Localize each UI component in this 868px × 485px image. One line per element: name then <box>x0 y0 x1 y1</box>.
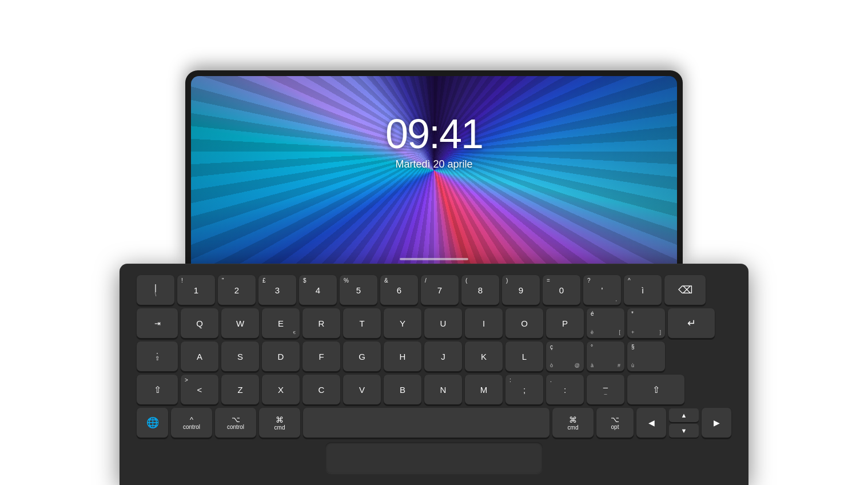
g-key[interactable]: G <box>343 341 381 371</box>
enter-key[interactable]: ↵ <box>668 308 715 338</box>
i-key[interactable]: I <box>465 308 503 338</box>
key-bottom-right: [ <box>619 330 620 335</box>
v-key[interactable]: V <box>343 375 381 404</box>
j-key[interactable]: J <box>424 341 462 371</box>
keyboard-base: | \ ! 1 " 2 £ 3 <box>120 264 748 485</box>
space-key[interactable] <box>303 408 550 438</box>
cmd-label: cmd <box>274 424 285 431</box>
arrow-down-key[interactable]: ▼ <box>669 424 699 438</box>
0-key[interactable]: = 0 <box>543 275 580 305</box>
4-key[interactable]: $ 4 <box>299 275 337 305</box>
arrow-right-key[interactable]: ▶ <box>702 408 731 438</box>
arrow-updown-container: ▲ ▼ <box>669 408 699 438</box>
shift-right-key[interactable]: ⇧ <box>627 375 684 404</box>
b-key[interactable]: B <box>384 375 421 404</box>
globe-key[interactable]: 🌐 <box>137 408 168 438</box>
option-key[interactable]: ⌥ control <box>215 408 256 438</box>
s-key[interactable]: S <box>221 341 259 371</box>
k-key[interactable]: K <box>465 341 503 371</box>
arrow-left-key[interactable]: ◀ <box>636 408 666 438</box>
m-key[interactable]: M <box>465 375 503 404</box>
1-key[interactable]: ! 1 <box>177 275 215 305</box>
colon-key[interactable]: . : <box>546 375 584 404</box>
c-key[interactable]: C <box>302 375 340 404</box>
9-key[interactable]: ) 9 <box>502 275 540 305</box>
l-key[interactable]: L <box>505 341 543 371</box>
u-grave-key[interactable]: § ù <box>627 341 665 371</box>
q-key[interactable]: Q <box>181 308 218 338</box>
cmd-left-key[interactable]: ⌘ cmd <box>259 408 300 438</box>
key-label: < <box>197 385 202 394</box>
p-key[interactable]: P <box>546 308 584 338</box>
r-key[interactable]: R <box>302 308 340 338</box>
cmd-right-key[interactable]: ⌘ cmd <box>552 408 594 438</box>
screen-ui: 09:41 Martedì 20 aprile <box>191 76 677 170</box>
2-key[interactable]: " 2 <box>218 275 256 305</box>
x-key[interactable]: X <box>262 375 300 404</box>
o-key[interactable]: O <box>505 308 543 338</box>
ctrl-label: control <box>183 424 200 430</box>
y-key[interactable]: Y <box>384 308 421 338</box>
key-label: A <box>197 352 202 361</box>
h-key[interactable]: H <box>384 341 421 371</box>
backspace-key[interactable]: ⌫ <box>664 275 706 305</box>
key-top: % <box>344 278 349 284</box>
arrow-up-key[interactable]: ▲ <box>669 408 699 422</box>
key-top: $ <box>303 278 306 284</box>
key-label: J <box>441 352 445 361</box>
zxcv-row: ⇧ > < Z X C V B N M : ; <box>137 375 731 404</box>
key-top: " <box>222 278 224 284</box>
shift-left-key[interactable]: ⇧ <box>137 375 178 404</box>
e-key[interactable]: E € <box>262 308 300 338</box>
key-primary: ì <box>642 286 644 295</box>
option-symbol: ⌥ <box>232 415 240 424</box>
tab-key[interactable]: ⇥ <box>137 308 178 338</box>
ipad-wrapper: 09:41 Martedì 20 aprile <box>185 70 683 265</box>
t-key[interactable]: T <box>343 308 381 338</box>
8-key[interactable]: ( 8 <box>461 275 499 305</box>
key-label: F <box>318 352 324 361</box>
f-key[interactable]: F <box>302 341 340 371</box>
control-key[interactable]: ^ control <box>171 408 212 438</box>
7-key[interactable]: / 7 <box>421 275 459 305</box>
trackpad[interactable] <box>325 442 543 474</box>
opt-right-key[interactable]: ⌥ opt <box>596 408 634 438</box>
less-key[interactable]: > < <box>181 375 218 404</box>
key-top: ! <box>181 278 183 284</box>
o-grave-key[interactable]: ç ò @ <box>546 341 584 371</box>
d-key[interactable]: D <box>262 341 300 371</box>
u-key[interactable]: U <box>424 308 462 338</box>
semicolon-key[interactable]: : ; <box>505 375 543 404</box>
key-label: M <box>480 385 488 394</box>
key-label: Y <box>400 319 405 328</box>
apostrophe-key[interactable]: ? ' , <box>583 275 621 305</box>
i-grave-key[interactable]: ^ ì <box>624 275 662 305</box>
a-grave-key[interactable]: ° à # <box>587 341 624 371</box>
key-primary: 3 <box>275 286 280 295</box>
key-label: H <box>400 352 406 361</box>
key-top: § <box>631 344 635 350</box>
scene: 09:41 Martedì 20 aprile | \ ! <box>0 0 868 485</box>
key-top: ( <box>465 278 467 284</box>
key-label: Z <box>237 385 242 394</box>
dash-key[interactable]: – – <box>587 375 624 404</box>
bracket-open-key[interactable]: é è [ <box>587 308 624 338</box>
key-top: & <box>384 278 388 284</box>
w-key[interactable]: W <box>221 308 259 338</box>
3-key[interactable]: £ 3 <box>258 275 296 305</box>
ctrl-symbol: ^ <box>190 415 193 424</box>
opt-r-label: opt <box>611 424 619 430</box>
shift-right-icon: ⇧ <box>652 384 660 395</box>
key-top: : <box>509 377 511 383</box>
5-key[interactable]: % 5 <box>340 275 377 305</box>
a-key[interactable]: A <box>181 341 218 371</box>
bracket-close-key[interactable]: * + ] <box>627 308 665 338</box>
n-key[interactable]: N <box>424 375 462 404</box>
key-top: ç <box>550 344 553 350</box>
key-label: U <box>440 319 447 328</box>
key-secondary: € <box>293 331 296 335</box>
z-key[interactable]: Z <box>221 375 259 404</box>
backslash-key[interactable]: | \ <box>137 275 174 305</box>
caps-lock-key[interactable]: • ⇧ <box>137 341 178 371</box>
6-key[interactable]: & 6 <box>380 275 418 305</box>
